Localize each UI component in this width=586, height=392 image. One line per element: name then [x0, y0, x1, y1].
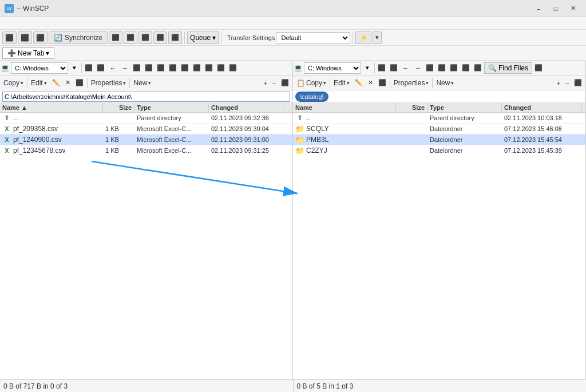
left-nav-btn-5[interactable]: ⬛: [131, 62, 142, 74]
transfer-settings-label: Transfer Settings: [227, 34, 275, 41]
right-edit-label: Edit: [334, 79, 346, 87]
right-row-1[interactable]: 📁SCQLY Dateiordner 07.12.2023 15:46:08: [293, 124, 585, 134]
left-row-2[interactable]: Xpf_1240900.csv 1 KB Microsoft Excel-C..…: [0, 134, 292, 145]
left-move-button[interactable]: ⬛: [73, 77, 86, 89]
right-file-list: Name Size Type Changed ⬆.. Parent direct…: [293, 103, 585, 379]
lightning-arrow-btn[interactable]: ▾: [373, 31, 382, 44]
right-nav-btn-4[interactable]: →: [412, 62, 423, 74]
toolbar-separator-2: [221, 32, 221, 43]
right-nav-btn-3[interactable]: ←: [400, 62, 411, 74]
left-pane: 💻 C: Windows ▾ ⬛ ⬛ ← → ⬛ ⬛ ⬛ ⬛ ⬛ ⬛ ⬛ ⬛ ⬛…: [0, 61, 293, 379]
left-minus-button[interactable]: –: [270, 77, 278, 89]
right-move-button[interactable]: ⬛: [376, 77, 389, 89]
left-nav-btn-13[interactable]: ⬛: [227, 62, 239, 74]
left-nav-btn-7[interactable]: ⬛: [155, 62, 167, 74]
right-nav-btn-1[interactable]: ⬛: [376, 62, 387, 74]
queue-arrow: ▾: [212, 34, 216, 42]
right-row-0[interactable]: ⬆.. Parent directory 02.11.2023 10:03:18: [293, 113, 585, 124]
toolbar-icon-btn-8[interactable]: ⬛: [168, 31, 182, 44]
right-nav-btn-8[interactable]: ⬛: [460, 62, 472, 74]
synchronize-button[interactable]: 🔄 Synchronize: [49, 31, 108, 44]
right-nav-btn-7[interactable]: ⬛: [448, 62, 460, 74]
left-col-name[interactable]: Name ▲: [0, 103, 103, 112]
right-new-label: New: [436, 79, 450, 87]
folder-icon: 📁: [295, 124, 304, 133]
left-copy-label: Copy: [3, 79, 19, 87]
right-nav-btn-10[interactable]: ⬛: [533, 62, 544, 74]
window-title: – WinSCP: [17, 5, 49, 13]
left-col-size[interactable]: Size: [103, 103, 134, 112]
left-plus-button[interactable]: +: [261, 77, 269, 89]
left-nav-btn-8[interactable]: ⬛: [167, 62, 179, 74]
left-col-changed[interactable]: Changed: [209, 103, 283, 112]
toolbar-icon-btn-5[interactable]: ⬛: [124, 31, 137, 44]
left-copy-button[interactable]: Copy: [1, 77, 26, 89]
right-edit-button[interactable]: Edit: [331, 77, 352, 89]
minimize-button[interactable]: –: [530, 3, 547, 14]
right-properties-button[interactable]: Properties: [391, 77, 431, 89]
right-copy-button[interactable]: 📋 Copy: [294, 77, 328, 89]
right-new-button[interactable]: New: [434, 77, 456, 89]
left-nav-btn-4[interactable]: →: [119, 62, 130, 74]
queue-button[interactable]: Queue ▾: [187, 31, 219, 44]
toolbar-icon-btn-2[interactable]: ⬛: [18, 31, 32, 44]
right-row-2[interactable]: 📁PMB3L Dateiordner 07.12.2023 15:45:54: [293, 134, 585, 145]
toolbar-icon-btn-6[interactable]: ⬛: [138, 31, 152, 44]
left-nav-btn-1[interactable]: ⬛: [83, 62, 94, 74]
toolbar-icon-btn-4[interactable]: ⬛: [109, 31, 122, 44]
right-edit-icon-btn[interactable]: ✏️: [353, 77, 365, 89]
right-nav-btn-9[interactable]: ⬛: [472, 62, 484, 74]
left-nav-btn-6[interactable]: ⬛: [143, 62, 155, 74]
right-view-btn[interactable]: ⬛: [572, 77, 584, 89]
toolbar-icon-btn-3[interactable]: ⬛: [33, 31, 47, 44]
left-drive-arrow[interactable]: ▾: [69, 62, 80, 74]
left-pane-action-toolbar: Copy Edit ✏️ ✕ ⬛ Properties New + – ⬛: [0, 76, 292, 90]
left-nav-btn-2[interactable]: ⬛: [95, 62, 106, 74]
toolbar-icon-btn-1[interactable]: ⬛: [2, 31, 17, 44]
find-files-button[interactable]: 🔍 Find Files: [484, 62, 532, 74]
left-row-3[interactable]: Xpf_12345678.csv 1 KB Microsoft Excel-C.…: [0, 145, 292, 156]
left-delete-button[interactable]: ✕: [63, 77, 73, 89]
sync-label: Synchronize: [65, 34, 102, 42]
window-controls: – □ ✕: [530, 3, 581, 14]
toolbar-icon-btn-7[interactable]: ⬛: [153, 31, 167, 44]
find-icon: 🔍: [488, 64, 497, 72]
left-drive-select[interactable]: C: Windows: [11, 62, 68, 74]
left-nav-btn-11[interactable]: ⬛: [203, 62, 215, 74]
right-nav-btn-5[interactable]: ⬛: [424, 62, 435, 74]
right-nav-btn-2[interactable]: ⬛: [388, 62, 399, 74]
right-path-display[interactable]: \catalog\: [295, 92, 328, 102]
left-nav-btn-12[interactable]: ⬛: [215, 62, 227, 74]
right-plus-button[interactable]: +: [554, 77, 562, 89]
left-properties-button[interactable]: Properties: [89, 77, 129, 89]
right-row-3[interactable]: 📁C2ZYJ Dateiordner 07.12.2023 15:45:39: [293, 145, 585, 156]
left-edit-icon-btn[interactable]: ✏️: [50, 77, 62, 89]
left-path-input[interactable]: [2, 92, 290, 102]
left-edit-button[interactable]: Edit: [29, 77, 49, 89]
left-view-btn[interactable]: ⬛: [279, 77, 291, 89]
left-row-0[interactable]: ⬆.. Parent directory 02.11.2023 09:32:36: [0, 113, 292, 124]
right-drive-icon: 💻: [294, 64, 302, 72]
new-tab-button[interactable]: ➕ New Tab ▾: [2, 47, 54, 59]
right-col-size[interactable]: Size: [396, 103, 427, 112]
maximize-button[interactable]: □: [547, 3, 564, 14]
close-button[interactable]: ✕: [564, 3, 581, 14]
left-new-button[interactable]: New: [131, 77, 153, 89]
lightning-button[interactable]: ⚡: [355, 31, 371, 44]
right-col-changed[interactable]: Changed: [502, 103, 582, 112]
right-col-type[interactable]: Type: [427, 103, 502, 112]
left-nav-btn-3[interactable]: ←: [107, 62, 118, 74]
right-col-name[interactable]: Name: [293, 103, 396, 112]
right-nav-btn-6[interactable]: ⬛: [436, 62, 448, 74]
right-drive-select[interactable]: C: Windows: [304, 62, 361, 74]
lightning-icon: ⚡: [359, 34, 368, 42]
left-row-1[interactable]: Xpf_209358.csv 1 KB Microsoft Excel-C...…: [0, 124, 292, 134]
icon3: ⬛: [36, 34, 45, 42]
right-drive-arrow[interactable]: ▾: [362, 62, 373, 74]
right-delete-button[interactable]: ✕: [366, 77, 375, 89]
left-nav-btn-10[interactable]: ⬛: [191, 62, 203, 74]
left-nav-btn-9[interactable]: ⬛: [179, 62, 191, 74]
transfer-profile-select[interactable]: Default: [276, 32, 350, 43]
right-minus-button[interactable]: –: [563, 77, 571, 89]
left-col-type[interactable]: Type: [134, 103, 209, 112]
